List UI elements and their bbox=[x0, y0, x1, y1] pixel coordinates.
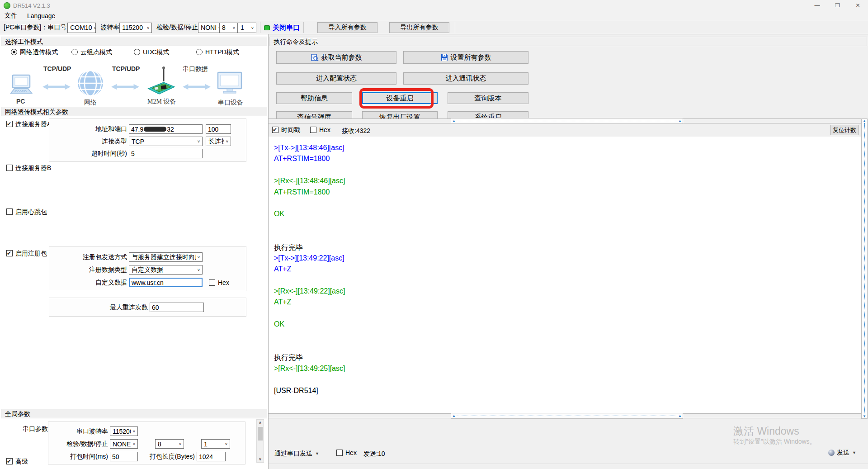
right-panel: 执行命令及提示 获取当前参数 设置所有参数 bbox=[269, 34, 868, 469]
checkbox-heartbeat[interactable]: 启用心跳包 bbox=[6, 208, 47, 216]
radio-network-transparent-mode[interactable]: 网络透传模式 bbox=[11, 48, 58, 57]
checkbox-send-hex[interactable]: Hex bbox=[336, 449, 357, 456]
serial-parity-select[interactable]: NONE∨ bbox=[110, 439, 138, 449]
enter-config-state-button[interactable]: 进入配置状态 bbox=[276, 72, 396, 85]
scroll-left-icon[interactable]: ▲ bbox=[451, 119, 457, 123]
scroll-left-icon[interactable]: ▲ bbox=[451, 414, 457, 418]
button-label: 进入配置状态 bbox=[316, 74, 357, 83]
send-via-serial-dropdown[interactable]: 通过串口发送 ▼ bbox=[274, 450, 319, 458]
radio-cloud-mode[interactable]: 云组态模式 bbox=[71, 48, 112, 57]
scroll-right-icon[interactable]: ▲ bbox=[677, 414, 683, 418]
checkbox-advanced[interactable]: 高级 bbox=[6, 458, 28, 466]
chevron-down-icon: ∨ bbox=[197, 139, 200, 143]
checkbox-timestamp[interactable]: 时间戳 bbox=[272, 126, 300, 134]
serial-databits-select[interactable]: 8∨ bbox=[155, 439, 184, 449]
pack-len-input[interactable]: 1024 bbox=[197, 452, 226, 461]
window-title: DR514 V2.1.3 bbox=[13, 2, 50, 9]
menu-file[interactable]: 文件 bbox=[5, 12, 17, 20]
send-button[interactable]: 发送 ▼ bbox=[828, 449, 856, 457]
reconnect-label: 最大重连次数 bbox=[49, 303, 148, 312]
help-info-button[interactable]: 帮助信息 bbox=[276, 92, 352, 104]
baud-select[interactable]: 115200∨ bbox=[119, 23, 152, 33]
port-input[interactable]: 100 bbox=[206, 124, 231, 134]
work-mode-header: 选择工作模式 bbox=[1, 37, 267, 46]
scroll-up-icon[interactable]: ▲ bbox=[863, 119, 866, 123]
scroll-right-icon[interactable]: ▲ bbox=[677, 119, 683, 123]
scrollbar-track[interactable] bbox=[864, 123, 865, 414]
minimize-button[interactable]: — bbox=[807, 0, 827, 11]
timeout-row: 超时时间(秒) 5 bbox=[49, 149, 242, 158]
export-params-button[interactable]: 导出所有参数 bbox=[389, 22, 449, 33]
ip-suffix: 32 bbox=[167, 126, 174, 133]
serial-stopbits-select[interactable]: 1∨ bbox=[201, 439, 230, 449]
checkbox-server-a[interactable]: 连接服务器A bbox=[6, 120, 51, 128]
reconnect-input[interactable]: 60 bbox=[150, 303, 204, 312]
maximize-button[interactable]: ❐ bbox=[827, 0, 848, 11]
keep-alive-select[interactable]: 长连接∨ bbox=[206, 137, 231, 146]
serial-toolbar: [PC串口参数]：串口号 COM10∨ 波特率 115200∨ 检验/数据/停止… bbox=[0, 21, 868, 34]
log-vertical-scrollbar[interactable]: ▲ ▼ bbox=[861, 118, 868, 419]
windows-activation-watermark: 激活 Windows bbox=[733, 424, 799, 438]
log-area[interactable]: >[Tx->][13:48:46][asc]AT+RSTIM=1800 >[Rx… bbox=[269, 137, 861, 413]
log-line: AT+Z bbox=[274, 298, 861, 309]
address-input[interactable]: 47.932 bbox=[129, 124, 203, 134]
checkbox-label: 连接服务器B bbox=[15, 164, 51, 171]
link-label: TCP/UDP bbox=[112, 65, 140, 72]
checkbox-custom-hex[interactable]: Hex bbox=[209, 279, 229, 286]
send-mode-select[interactable]: 与服务器建立连接时向服务∨ bbox=[129, 252, 203, 262]
scrollbar-thumb[interactable] bbox=[258, 427, 263, 441]
serial-databits-value: 8 bbox=[158, 441, 161, 448]
close-serial-label: 关闭串口 bbox=[273, 24, 300, 32]
parity-select[interactable]: NONI∨ bbox=[198, 23, 219, 33]
left-panel-scrollbar[interactable]: ∧ ∨ bbox=[256, 419, 264, 463]
scroll-down-icon[interactable]: ▼ bbox=[863, 414, 866, 418]
network-globe-icon bbox=[77, 70, 104, 97]
checkbox-icon bbox=[310, 127, 316, 133]
timeout-input[interactable]: 5 bbox=[129, 149, 203, 158]
log-line bbox=[274, 232, 861, 243]
search-doc-icon bbox=[311, 54, 319, 62]
get-current-params-button[interactable]: 获取当前参数 bbox=[276, 51, 396, 64]
radio-label: 网络透传模式 bbox=[20, 48, 58, 56]
pack-len-value: 1024 bbox=[199, 453, 213, 460]
button-label: 设置所有参数 bbox=[451, 53, 491, 62]
import-params-button[interactable]: 导入所有参数 bbox=[317, 22, 377, 33]
enter-comm-state-button[interactable]: 进入通讯状态 bbox=[403, 72, 528, 85]
checkbox-regpack[interactable]: 启用注册包 bbox=[6, 250, 47, 258]
scroll-up-icon[interactable]: ∧ bbox=[259, 420, 262, 426]
scroll-down-icon[interactable]: ∨ bbox=[259, 456, 262, 462]
log-top-scrollbar[interactable]: ▲ ▲ bbox=[451, 118, 683, 124]
query-version-button[interactable]: 查询版本 bbox=[448, 92, 528, 104]
menu-language[interactable]: Language bbox=[27, 12, 55, 19]
pack-time-input[interactable]: 50 bbox=[110, 452, 138, 461]
databits-select[interactable]: 8∨ bbox=[219, 23, 238, 33]
serial-baud-select[interactable]: 115200∨ bbox=[110, 426, 138, 436]
data-type-select[interactable]: 自定义数据∨ bbox=[129, 265, 203, 275]
set-all-params-button[interactable]: 设置所有参数 bbox=[403, 51, 528, 64]
checkbox-server-b[interactable]: 连接服务器B bbox=[6, 164, 51, 172]
stopbits-select[interactable]: 1∨ bbox=[238, 23, 256, 33]
device-restart-button[interactable]: 设备重启 bbox=[362, 92, 438, 104]
app-icon bbox=[4, 2, 10, 9]
log-line: 执行完毕 bbox=[274, 243, 861, 254]
button-label: 进入通讯状态 bbox=[446, 74, 486, 83]
conn-type-select[interactable]: TCP∨ bbox=[129, 137, 203, 146]
close-button[interactable]: ✕ bbox=[848, 0, 868, 11]
app-window: { "window": { "title": "DR514 V2.1.3", "… bbox=[0, 0, 868, 469]
port-value: 100 bbox=[208, 126, 218, 133]
scrollbar-track[interactable] bbox=[457, 121, 677, 121]
reset-counter-button[interactable]: 复位计数 bbox=[830, 125, 859, 135]
send-button-label: 发送 bbox=[837, 449, 849, 457]
checkbox-log-hex[interactable]: Hex bbox=[310, 126, 330, 133]
radio-udc-mode[interactable]: UDC模式 bbox=[134, 48, 169, 57]
log-bottom-scrollbar[interactable]: ▲ ▲ bbox=[451, 413, 683, 419]
custom-data-input[interactable]: www.usr.cn bbox=[129, 278, 203, 287]
chevron-down-icon: ∨ bbox=[93, 26, 96, 30]
scrollbar-track[interactable] bbox=[457, 416, 677, 416]
com-port-select[interactable]: COM10∨ bbox=[67, 23, 96, 33]
checkbox-label: 时间戳 bbox=[281, 126, 300, 133]
timeout-label: 超时时间(秒) bbox=[49, 150, 127, 158]
radio-httpd-mode[interactable]: HTTPD模式 bbox=[196, 48, 239, 57]
close-serial-button[interactable]: 关闭串口 bbox=[264, 24, 300, 32]
button-label: 帮助信息 bbox=[301, 94, 328, 103]
